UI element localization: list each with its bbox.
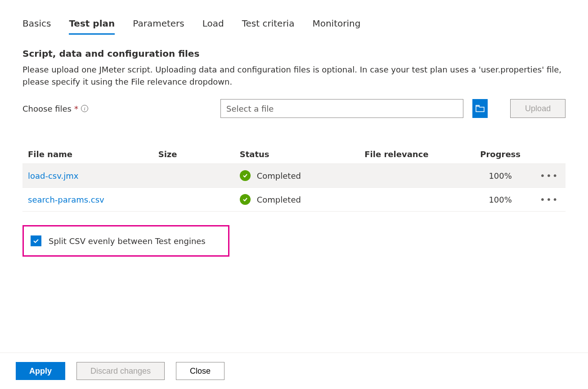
file-link[interactable]: search-params.csv [28, 195, 104, 204]
tab-test-criteria[interactable]: Test criteria [242, 18, 295, 35]
split-csv-label: Split CSV evenly between Test engines [49, 236, 206, 246]
col-status: Status [234, 145, 359, 164]
progress-text: 100% [468, 188, 533, 212]
tabs: Basics Test plan Parameters Load Test cr… [13, 0, 575, 35]
check-circle-icon [240, 170, 251, 181]
col-file-name: File name [22, 145, 153, 164]
status-text: Completed [257, 171, 301, 181]
choose-files-label: Choose files [22, 104, 72, 113]
file-link[interactable]: load-csv.jmx [28, 171, 78, 181]
col-file-relevance: File relevance [359, 145, 467, 164]
file-relevance [359, 164, 467, 188]
row-more-button[interactable]: ••• [533, 164, 566, 188]
folder-icon [476, 105, 485, 112]
progress-text: 100% [468, 164, 533, 188]
row-more-button[interactable]: ••• [533, 188, 566, 212]
tab-test-plan[interactable]: Test plan [69, 18, 115, 35]
section-title: Script, data and configuration files [22, 48, 566, 59]
browse-folder-button[interactable] [472, 99, 488, 118]
section-desc: Please upload one JMeter script. Uploadi… [22, 63, 566, 88]
split-csv-row: Split CSV evenly between Test engines [22, 225, 229, 257]
check-circle-icon [240, 194, 251, 205]
upload-button: Upload [510, 99, 566, 118]
info-icon[interactable]: i [81, 105, 88, 112]
table-row: search-params.csv Completed 100% ••• [22, 188, 566, 212]
tab-load[interactable]: Load [202, 18, 224, 35]
status-text: Completed [257, 195, 301, 204]
file-size [153, 164, 234, 188]
col-size: Size [153, 145, 234, 164]
table-row: load-csv.jmx Completed 100% ••• [22, 164, 566, 188]
file-select-input[interactable]: Select a file [220, 99, 463, 118]
col-progress: Progress [468, 145, 533, 164]
tab-parameters[interactable]: Parameters [133, 18, 184, 35]
file-size [153, 188, 234, 212]
required-asterisk: * [74, 104, 78, 113]
tab-monitoring[interactable]: Monitoring [312, 18, 360, 35]
tab-basics[interactable]: Basics [22, 18, 51, 35]
checkmark-icon [32, 237, 40, 244]
files-table: File name Size Status File relevance Pro… [22, 145, 566, 212]
split-csv-checkbox[interactable] [31, 235, 41, 246]
file-relevance [359, 188, 467, 212]
